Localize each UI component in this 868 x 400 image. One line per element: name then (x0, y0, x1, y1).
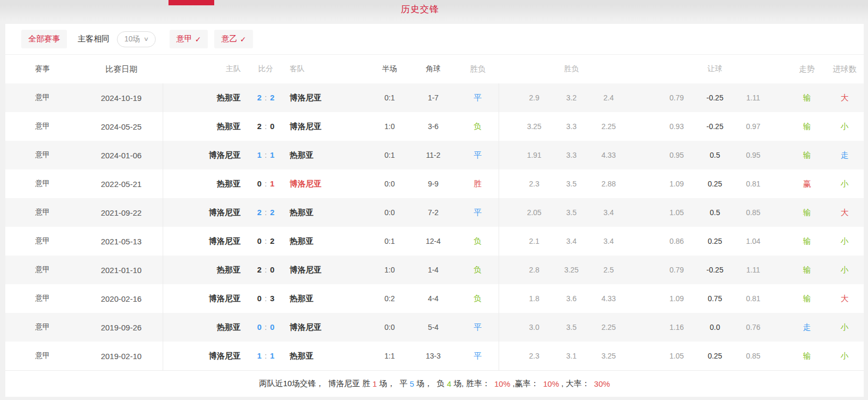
away-team-name: 热那亚 (290, 236, 314, 245)
halftime-cell: 0:1 (369, 151, 410, 159)
handicap-line: 0.75 (696, 294, 734, 303)
home-score: 1 (257, 351, 262, 360)
col-corner: 角球 (410, 64, 457, 74)
odds-loss: 3.25 (590, 352, 627, 360)
handicap-group: 1.05 0.25 0.85 (658, 352, 772, 360)
table-row[interactable]: 意甲 2019-02-10 博洛尼亚 1:1 热那亚 1:1 13-3 平 2.… (5, 342, 864, 370)
summary-segment: 30% (594, 379, 610, 388)
table-row[interactable]: 意甲 2021-01-10 热那亚 2:0 博洛尼亚 1:0 1-4 负 2.8… (5, 256, 864, 284)
result-cell: 平 (457, 141, 499, 169)
score-separator: : (265, 266, 267, 274)
odds-group: 2.3 3.1 3.25 (516, 352, 627, 360)
home-score: 0 (257, 294, 262, 303)
home-team-name: 博洛尼亚 (209, 294, 241, 303)
goals-cell: 大 (825, 93, 864, 103)
table-row[interactable]: 意甲 2024-10-19 热那亚 2:2 博洛尼亚 0:1 1-7 平 2.9… (5, 83, 864, 112)
odds-group: 3.25 3.3 2.25 (516, 122, 627, 131)
summary-line: 两队近10场交锋， 博洛尼亚 胜 1 场， 平 5 场， 负 4 场, 胜率： … (5, 370, 864, 397)
league-cell: 意甲 (5, 322, 80, 332)
league-cell: 意甲 (5, 236, 80, 246)
score-separator: : (265, 352, 267, 360)
halftime-cell: 1:0 (369, 122, 410, 131)
score-cell: 0:2 (247, 236, 284, 246)
league-filter-serie-a[interactable]: 意甲 ✓ (170, 30, 208, 48)
trend-cell: 输 (788, 122, 825, 132)
match-count-dropdown[interactable]: 10场 ∨ (117, 31, 156, 47)
trend-cell: 输 (788, 265, 825, 275)
handicap-line: 0.25 (696, 237, 734, 245)
table-row[interactable]: 意甲 2021-09-22 博洛尼亚 2:2 热那亚 0:0 7-2 平 2.0… (5, 198, 864, 227)
handicap-away-odds: 0.97 (734, 122, 772, 131)
away-team: 热那亚 (284, 208, 369, 218)
table-row[interactable]: 意甲 2024-01-06 博洛尼亚 1:1 热那亚 0:1 11-2 平 1.… (5, 141, 864, 169)
away-team-name: 热那亚 (290, 351, 314, 360)
league-cell: 意甲 (5, 294, 80, 303)
away-team: 博洛尼亚 (284, 265, 369, 275)
odds-loss: 2.25 (590, 122, 627, 131)
league-cell: 意甲 (5, 122, 80, 131)
league-cell: 意甲 (5, 150, 80, 160)
away-score: 1 (270, 351, 274, 360)
away-team-name: 热那亚 (290, 208, 314, 217)
home-team: 博洛尼亚 (163, 236, 247, 246)
handicap-home-odds: 1.05 (658, 352, 696, 360)
handicap-home-odds: 1.09 (658, 294, 696, 303)
corner-cell: 12-4 (410, 237, 457, 245)
table-row[interactable]: 意甲 2022-05-21 热那亚 0:1 博洛尼亚 0:0 9-9 胜 2.3… (5, 169, 864, 198)
odds-group: 3.0 3.5 2.25 (516, 323, 627, 331)
home-score: 2 (257, 208, 262, 217)
score-separator: : (265, 323, 267, 331)
score-separator: : (265, 180, 267, 188)
trend-cell: 输 (788, 351, 825, 361)
table-row[interactable]: 意甲 2020-02-16 博洛尼亚 0:3 热那亚 0:2 4-4 负 1.8… (5, 284, 864, 313)
handicap-line: -0.25 (696, 122, 734, 131)
corner-cell: 1-7 (410, 93, 457, 102)
home-team-name: 热那亚 (217, 265, 241, 274)
col-league: 赛事 (5, 64, 80, 74)
odds-draw: 3.25 (553, 266, 590, 274)
handicap-away-odds: 1.04 (734, 237, 772, 245)
odds-draw: 3.2 (553, 93, 590, 102)
league-cell: 意甲 (5, 265, 80, 275)
odds-group: 1.91 3.3 4.33 (516, 151, 627, 159)
result-cell: 胜 (457, 169, 499, 198)
corner-cell: 13-3 (410, 352, 457, 360)
all-matches-button[interactable]: 全部赛事 (21, 30, 67, 48)
handicap-group: 1.09 0.25 0.81 (658, 180, 772, 188)
odds-win: 1.8 (516, 294, 553, 303)
summary-segment: 场, 胜率： (451, 379, 494, 389)
away-score: 0 (270, 322, 274, 331)
halftime-cell: 0:0 (369, 208, 410, 217)
halftime-cell: 1:0 (369, 266, 410, 274)
home-team: 博洛尼亚 (163, 294, 247, 304)
away-score: 2 (270, 236, 274, 245)
corner-cell: 5-4 (410, 323, 457, 331)
score-cell: 2:2 (247, 208, 284, 217)
handicap-line: 0.5 (696, 208, 734, 217)
date-cell: 2024-05-25 (80, 112, 163, 141)
corner-cell: 7-2 (410, 208, 457, 217)
corner-cell: 3-6 (410, 122, 457, 131)
table-row[interactable]: 意甲 2021-05-13 博洛尼亚 0:2 热那亚 0:1 12-4 负 2.… (5, 227, 864, 256)
handicap-home-odds: 0.93 (658, 122, 696, 131)
page-title: 历史交锋 (0, 3, 840, 15)
corner-cell: 1-4 (410, 266, 457, 274)
date-cell: 2021-09-22 (80, 198, 163, 227)
summary-segment: 场， 平 (377, 379, 410, 389)
away-team: 博洛尼亚 (284, 93, 369, 103)
table-row[interactable]: 意甲 2019-09-26 热那亚 0:0 博洛尼亚 0:0 5-4 平 3.0… (5, 313, 864, 342)
odds-group: 2.3 3.5 2.88 (516, 180, 627, 188)
odds-loss: 2.88 (590, 180, 627, 188)
table-row[interactable]: 意甲 2024-05-25 热那亚 2:0 博洛尼亚 1:0 3-6 负 3.2… (5, 112, 864, 141)
summary-segment: 10% (494, 379, 510, 388)
league-filter-serie-b[interactable]: 意乙 ✓ (214, 30, 253, 48)
col-date: 比赛日期 (80, 64, 163, 74)
summary-segment: , 大率： (559, 379, 594, 389)
date-cell: 2024-01-06 (80, 141, 163, 169)
handicap-home-odds: 1.05 (658, 208, 696, 217)
league-cell: 意甲 (5, 179, 80, 189)
check-icon: ✓ (240, 35, 246, 44)
away-score: 0 (270, 265, 274, 274)
score-cell: 2:0 (247, 122, 284, 131)
odds-draw: 3.3 (553, 151, 590, 159)
